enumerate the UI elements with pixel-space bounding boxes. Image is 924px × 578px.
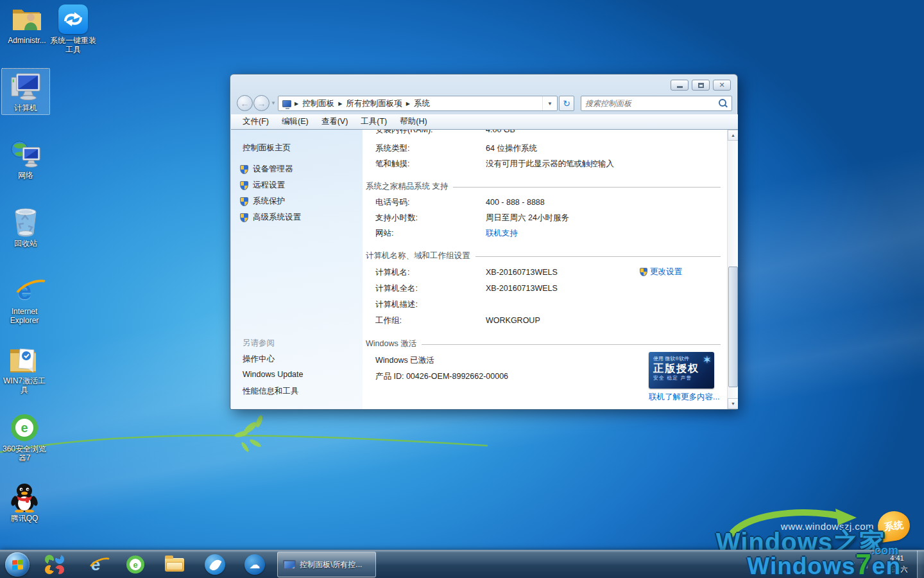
- search-box[interactable]: [581, 96, 732, 111]
- desktop-icon-recycle-bin[interactable]: 回收站: [1, 207, 50, 248]
- scroll-down-arrow[interactable]: ▼: [728, 398, 738, 409]
- uac-shield-icon: [240, 165, 248, 174]
- breadcrumb-separator-icon: ▶: [294, 101, 299, 107]
- show-desktop-button[interactable]: [917, 550, 924, 578]
- cloud-browser-icon: ☁: [244, 554, 265, 575]
- address-bar[interactable]: ▶ 控制面板 ▶ 所有控制面板项 ▶ 系统 ▼: [278, 96, 558, 111]
- menu-edit[interactable]: 编辑(E): [275, 114, 315, 129]
- change-settings-link[interactable]: 更改设置: [640, 267, 682, 277]
- close-icon: ✕: [719, 82, 724, 89]
- active-task-label: 控制面板\所有控...: [300, 559, 362, 570]
- search-input[interactable]: [581, 99, 717, 108]
- desktop-icon-win7-activator[interactable]: WIN7激活工具: [0, 344, 49, 394]
- genuine-star-icon: ✶: [703, 353, 712, 367]
- sidebar-item-remote-settings[interactable]: 远程设置: [240, 180, 285, 191]
- watermark-arrow-graphic: [725, 504, 860, 539]
- desktop-icon-administrator[interactable]: Administr...: [3, 4, 51, 45]
- breadcrumb-system[interactable]: 系统: [411, 98, 433, 109]
- minimize-button[interactable]: [671, 80, 689, 91]
- taskbar-360-browser-icon[interactable]: e: [124, 554, 146, 575]
- start-button[interactable]: [5, 552, 30, 577]
- sidebar-item-control-panel-home[interactable]: 控制面板主页: [243, 143, 291, 153]
- forward-arrow-icon: →: [257, 98, 266, 109]
- desktop-icon-reinstall-tool[interactable]: 系统一键重装工具: [49, 4, 98, 54]
- change-settings-label[interactable]: 更改设置: [650, 267, 682, 277]
- desktop-icon-360-browser[interactable]: e 360安全浏览器7: [0, 412, 49, 462]
- close-button[interactable]: ✕: [713, 80, 731, 91]
- folder-icon: [165, 558, 184, 572]
- computer-name-value: XB-20160713WELS: [486, 268, 558, 277]
- menu-tools[interactable]: 工具(T): [354, 114, 393, 129]
- sidebar-item-performance[interactable]: 性能信息和工具: [243, 386, 299, 397]
- system-type-label: 系统类型:: [375, 144, 409, 153]
- minimize-icon: [677, 86, 683, 88]
- breadcrumb-all-items[interactable]: 所有控制面板项: [343, 98, 406, 109]
- sidebar-item-device-manager[interactable]: 设备管理器: [240, 164, 293, 175]
- recycle-bin-icon: [10, 207, 41, 238]
- activation-section-heading: Windows 激活: [366, 338, 721, 349]
- pen-touch-value: 没有可用于此显示器的笔或触控输入: [486, 159, 614, 169]
- system-control-panel-window: ✕ ← → ▼ ▶ 控制面板 ▶ 所有控制面板项 ▶ 系统 ▼ ↻ 文件(F) …: [230, 74, 738, 410]
- maximize-button[interactable]: [692, 80, 710, 91]
- refresh-button[interactable]: ↻: [559, 96, 574, 111]
- taskbar-explorer-icon[interactable]: [164, 554, 185, 575]
- back-button[interactable]: ←: [237, 95, 253, 111]
- volume-icon[interactable]: ◁: [873, 560, 879, 569]
- desktop-icon-qq[interactable]: 腾讯QQ: [0, 482, 49, 523]
- phone-label: 电话号码:: [375, 198, 409, 207]
- search-icon[interactable]: [717, 98, 728, 109]
- clock-date: 星期六: [880, 564, 914, 575]
- taskbar-feather-browser-icon[interactable]: [204, 554, 226, 575]
- network-icon: [10, 139, 41, 170]
- genuine-software-badge[interactable]: ✶ 使用 微软®软件 正版授权 安全 稳定 声誉: [649, 352, 714, 389]
- website-label: 网站:: [375, 229, 393, 238]
- product-id: 产品 ID: 00426-OEM-8992662-00006: [375, 372, 508, 381]
- sidebar-item-action-center[interactable]: 操作中心: [243, 354, 275, 365]
- feather-browser-icon: [205, 554, 225, 575]
- scrollbar-thumb[interactable]: [728, 267, 738, 387]
- administrator-folder-icon: [12, 4, 42, 35]
- desktop-icon-label: 360安全浏览器7: [0, 444, 49, 462]
- section-divider: [422, 344, 721, 345]
- sidebar-item-system-protection[interactable]: 系统保护: [240, 196, 285, 207]
- menu-view[interactable]: 查看(V): [315, 114, 355, 129]
- uac-shield-icon: [640, 268, 647, 276]
- 360-browser-icon: e: [9, 412, 40, 443]
- network-icon[interactable]: ▥: [860, 560, 868, 569]
- scroll-up-arrow[interactable]: ▲: [728, 130, 738, 141]
- computer-icon: [10, 71, 41, 102]
- taskbar-cloud-browser-icon[interactable]: ☁: [244, 554, 266, 575]
- taskbar-internet-explorer-icon[interactable]: e: [85, 554, 107, 575]
- four-crescents-icon: [45, 555, 64, 574]
- internet-explorer-icon: e: [9, 275, 40, 306]
- sidebar-item-windows-update[interactable]: Windows Update: [243, 370, 304, 379]
- win7-activator-icon: [9, 344, 40, 375]
- qq-penguin-icon: [9, 482, 40, 512]
- breadcrumb-control-panel[interactable]: 控制面板: [299, 98, 338, 109]
- desktop-icon-network[interactable]: 网络: [1, 139, 50, 180]
- desktop-icon-internet-explorer[interactable]: e Internet Explorer: [0, 275, 49, 325]
- menu-file[interactable]: 文件(F): [236, 114, 275, 129]
- taskbar-clock[interactable]: 4:41 星期六: [880, 553, 914, 575]
- online-support-link[interactable]: 联机支持: [486, 229, 518, 238]
- taskbar-reinstall-app-icon[interactable]: [44, 554, 65, 575]
- window-content: 控制面板主页 设备管理器 远程设置 系统保护 高级系统设置 另请参阅 操作中心 …: [231, 129, 738, 409]
- desktop-icon-computer[interactable]: 计算机: [1, 68, 50, 115]
- support-hours-label: 支持小时数:: [375, 213, 418, 223]
- computer-description-label: 计算机描述:: [375, 300, 418, 310]
- address-dropdown-icon[interactable]: ▼: [542, 96, 557, 110]
- forward-button[interactable]: →: [253, 95, 270, 111]
- section-divider: [453, 187, 721, 188]
- menu-bar: 文件(F) 编辑(E) 查看(V) 工具(T) 帮助(H): [231, 114, 738, 129]
- desktop-icon-label: 腾讯QQ: [0, 514, 49, 523]
- action-center-flag-icon[interactable]: ⚑: [849, 560, 856, 569]
- recent-pages-dropdown[interactable]: ▼: [271, 100, 276, 106]
- sidebar-item-advanced-settings[interactable]: 高级系统设置: [240, 212, 301, 223]
- menu-help[interactable]: 帮助(H): [393, 114, 433, 129]
- learn-more-online-link[interactable]: 联机了解更多内容...: [649, 392, 719, 402]
- active-task-button[interactable]: 控制面板\所有控...: [277, 552, 376, 577]
- vertical-scrollbar[interactable]: ▲ ▼: [727, 130, 738, 409]
- window-title-bar[interactable]: ✕: [230, 74, 737, 94]
- sidebar-item-label: 高级系统设置: [253, 212, 301, 223]
- uac-shield-icon: [240, 181, 248, 190]
